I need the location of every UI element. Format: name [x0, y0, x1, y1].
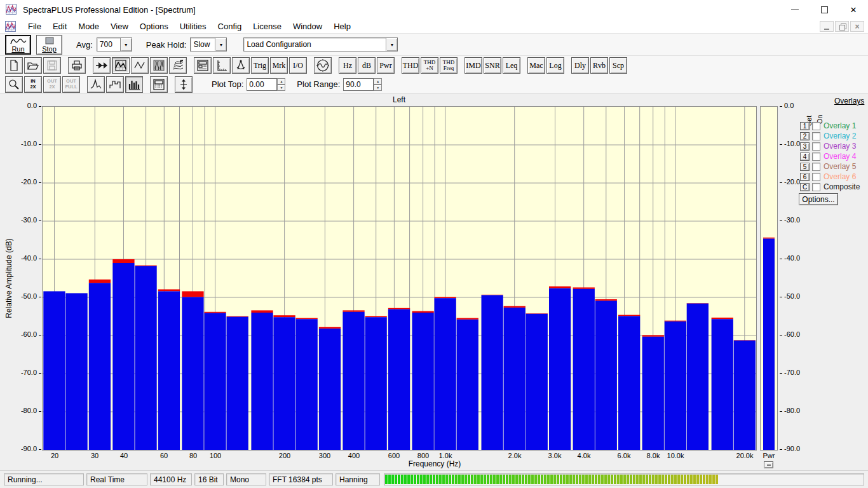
processing-speed-button[interactable]: [93, 57, 111, 74]
x-tick-label: 80: [189, 452, 197, 459]
time-series-view-button[interactable]: [131, 57, 149, 74]
spectrogram-view-button[interactable]: [150, 57, 168, 74]
overlay-checkbox-5[interactable]: [812, 163, 820, 171]
overlay-checkbox-2[interactable]: [812, 132, 820, 140]
overlay-checkbox-3[interactable]: [812, 142, 820, 151]
overlay-checkbox-1[interactable]: [812, 122, 820, 130]
decibel-units-button[interactable]: dB: [358, 57, 376, 74]
plot-top-input[interactable]: [247, 78, 277, 91]
overlay-checkbox-4[interactable]: [812, 152, 820, 161]
triggering-button[interactable]: Trig: [251, 57, 269, 74]
run-button[interactable]: Run: [5, 35, 31, 55]
menu-item-options[interactable]: Options: [134, 20, 174, 33]
spinner-down-icon[interactable]: ▼: [277, 85, 285, 91]
amplitude-scale-button[interactable]: [175, 76, 193, 93]
zoom-out-full-button[interactable]: OUTFULL: [62, 76, 80, 93]
overlay-set-button-1[interactable]: 1: [800, 122, 810, 130]
leq-button[interactable]: Leq: [503, 57, 520, 74]
frequency-units-button[interactable]: Hz: [339, 57, 356, 74]
peak-hold-cap: [204, 312, 226, 313]
overlay-set-button-c[interactable]: C: [800, 183, 810, 191]
signal-generator-button[interactable]: [314, 57, 332, 74]
menu-item-file[interactable]: File: [22, 20, 47, 33]
overlay-set-button-4[interactable]: 4: [800, 152, 810, 161]
plot-range-spinner[interactable]: ▲▼: [374, 78, 382, 91]
scope-button[interactable]: Scp: [609, 57, 627, 74]
chevron-down-icon[interactable]: ▼: [120, 38, 132, 51]
x-tick-label: 400: [348, 452, 360, 459]
overlay-set-button-5[interactable]: 5: [800, 163, 810, 171]
plot-top-spinner[interactable]: ▲▼: [277, 78, 285, 91]
input-output-button[interactable]: I/O: [289, 57, 307, 74]
zoom-tool-button[interactable]: [5, 76, 23, 93]
surface-plot-view-button[interactable]: [169, 57, 187, 74]
markers-label: Mrk: [273, 62, 286, 69]
chevron-down-icon[interactable]: ▼: [386, 38, 397, 51]
mdi-close-button[interactable]: ×: [850, 21, 864, 32]
step-plot-style-button[interactable]: [106, 76, 124, 93]
plot-top-label: Plot Top:: [212, 79, 243, 89]
power-bar-pane[interactable]: [760, 106, 778, 451]
spinner-up-icon[interactable]: ▲: [277, 78, 285, 85]
load-configuration-combo[interactable]: Load Configuration ▼: [243, 37, 398, 51]
overlay-set-button-3[interactable]: 3: [800, 142, 810, 151]
spectrum-view-button[interactable]: [112, 57, 130, 74]
overlay-set-button-6[interactable]: 6: [800, 173, 810, 181]
mdi-minimize-button[interactable]: [820, 21, 834, 32]
stop-button[interactable]: Stop: [36, 35, 62, 55]
open-file-button[interactable]: [24, 57, 42, 74]
mdi-restore-button[interactable]: [835, 21, 849, 32]
logging-button[interactable]: Log: [546, 57, 564, 74]
thd-plus-n-button[interactable]: THD+N: [421, 57, 438, 74]
save-file-button[interactable]: [43, 57, 61, 74]
zoom-out-2x-button[interactable]: OUT2X: [43, 76, 61, 93]
zoom-in-2x-button[interactable]: IN2X: [24, 76, 42, 93]
overlay-checkbox-6[interactable]: [812, 173, 820, 181]
spectrum-plot-area[interactable]: [42, 106, 757, 451]
overlay-options-button[interactable]: Options...: [799, 193, 838, 205]
thd-button[interactable]: THD: [402, 57, 419, 74]
pwr-pane-button[interactable]: [764, 461, 773, 468]
chevron-down-icon[interactable]: ▼: [215, 38, 226, 51]
peak-hold-cap: [135, 266, 156, 266]
bar-plot-style-button[interactable]: [125, 76, 143, 93]
menu-item-help[interactable]: Help: [328, 20, 356, 33]
menu-item-view[interactable]: View: [105, 20, 134, 33]
power-units-button[interactable]: Pwr: [377, 57, 395, 74]
menu-item-utilities[interactable]: Utilities: [174, 20, 212, 33]
calibration-button[interactable]: [232, 57, 250, 74]
x-tick-label: 800: [417, 452, 429, 459]
avg-combo[interactable]: 700 ▼: [97, 37, 132, 51]
status-field: Mono: [226, 473, 266, 485]
plot-options-button[interactable]: [150, 76, 168, 93]
spectrum-bar: [573, 289, 595, 450]
spinner-up-icon[interactable]: ▲: [374, 78, 382, 85]
delay-finder-button[interactable]: Dly: [571, 57, 589, 74]
print-button[interactable]: [68, 57, 86, 74]
minimize-button[interactable]: [780, 0, 810, 19]
display-control-panel-button[interactable]: [194, 57, 212, 74]
menu-item-edit[interactable]: Edit: [47, 20, 72, 33]
menu-item-license[interactable]: License: [247, 20, 287, 33]
menu-item-window[interactable]: Window: [287, 20, 328, 33]
markers-button[interactable]: Mrk: [270, 57, 288, 74]
menu-item-config[interactable]: Config: [212, 20, 248, 33]
new-file-button[interactable]: [5, 57, 23, 74]
peak-hold-combo[interactable]: Slow ▼: [190, 37, 227, 51]
line-plot-style-button[interactable]: [87, 76, 105, 93]
vertical-scale-icon: [177, 78, 190, 91]
imd-button[interactable]: IMD: [465, 57, 482, 74]
plot-range-input[interactable]: [343, 78, 374, 91]
overlay-checkbox-c[interactable]: [812, 183, 820, 191]
overlay-set-button-2[interactable]: 2: [800, 132, 810, 140]
reverb-button[interactable]: Rvb: [590, 57, 608, 74]
y-tick-label-right: -70.0: [784, 369, 800, 376]
spinner-down-icon[interactable]: ▼: [374, 85, 382, 91]
macros-button[interactable]: Mac: [527, 57, 545, 74]
snr-button[interactable]: SNR: [484, 57, 501, 74]
scaling-button[interactable]: [213, 57, 231, 74]
menu-item-mode[interactable]: Mode: [72, 20, 105, 33]
close-button[interactable]: ×: [839, 0, 868, 19]
maximize-button[interactable]: [810, 0, 839, 19]
thd-vs-freq-button[interactable]: THDFreq: [440, 57, 458, 74]
